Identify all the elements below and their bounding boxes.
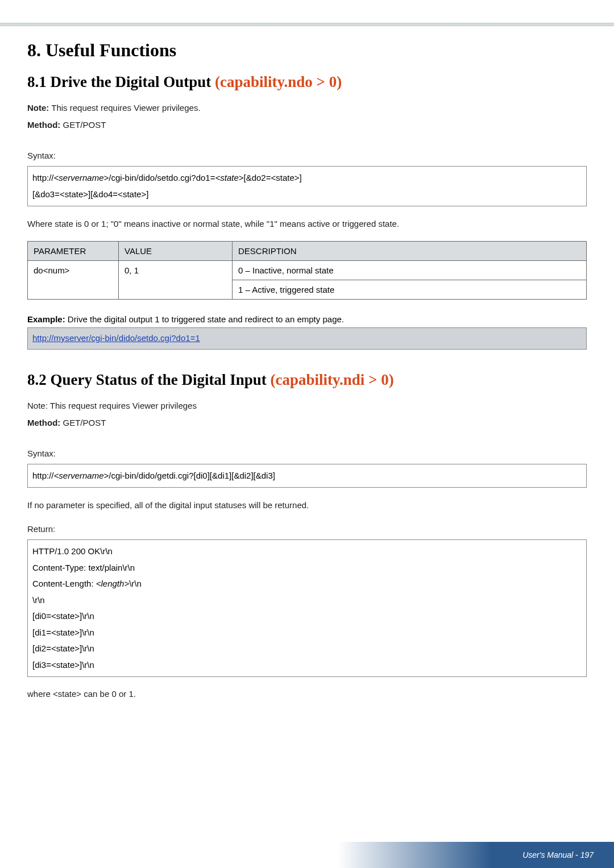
return-line: [di1=<state>]\r\n xyxy=(32,625,582,641)
example-text-body: Drive the digital output 1 to triggered … xyxy=(65,314,344,324)
method-81: Method: GET/POST xyxy=(27,118,587,132)
where-82-c: can be 0 or 1. xyxy=(81,689,136,699)
td-desc2: 1 – Active, triggered state xyxy=(233,280,587,300)
syntax-label-81: Syntax: xyxy=(27,149,587,163)
where-text-81: Where state is 0 or 1; "0" means inactiv… xyxy=(27,219,587,229)
syntax-81-a: http:// xyxy=(32,173,54,182)
table-header-row: PARAMETER VALUE DESCRIPTION xyxy=(28,242,587,261)
section-82-title-prefix: 8.2 Query Status of the Digital Input xyxy=(27,371,271,388)
syntax-82-c: /cgi-bin/dido/getdi.cgi?[di0][&di1][&di2… xyxy=(109,471,275,480)
header-band: VIVOTEK xyxy=(0,0,614,23)
brand-text: VIVOTEK xyxy=(559,6,596,15)
th-value: VALUE xyxy=(119,242,233,261)
note-label: Note: xyxy=(27,103,49,113)
return-label-82: Return: xyxy=(27,522,587,536)
table-row: do<num> 0, 1 0 – Inactive, normal state xyxy=(28,261,587,280)
chapter-title: 8. Useful Functions xyxy=(27,40,587,61)
return-line: Content-Length: <length>\r\n xyxy=(32,576,582,592)
syntax-box-82: http://<servername>/cgi-bin/dido/getdi.c… xyxy=(27,464,587,488)
syntax-81-d: <state> xyxy=(215,173,243,182)
example-label: Example: xyxy=(27,314,65,324)
section-81-title-cap: (capability.ndo > 0) xyxy=(215,73,342,90)
syntax-box-81: http://<servername>/cgi-bin/dido/setdo.c… xyxy=(27,166,587,206)
method-text-82: GET/POST xyxy=(60,418,106,427)
syntax-line-2: [&do3=<state>][&do4=<state>] xyxy=(32,186,582,203)
return-line: HTTP/1.0 200 OK\r\n xyxy=(32,543,582,560)
th-description: DESCRIPTION xyxy=(233,242,587,261)
section-82-title-cap: (capability.ndi > 0) xyxy=(271,371,394,388)
note-82: Note: This request requires Viewer privi… xyxy=(27,399,587,413)
syntax-81-e: [&do2=<state>] xyxy=(244,173,302,182)
note-text: This request requires Viewer privileges. xyxy=(49,103,200,113)
method-label: Method: xyxy=(27,120,60,130)
method-text: GET/POST xyxy=(60,120,106,130)
syntax-82-b: <servername> xyxy=(54,471,109,480)
section-82-title: 8.2 Query Status of the Digital Input (c… xyxy=(27,371,587,389)
where-82: where <state> can be 0 or 1. xyxy=(27,687,587,701)
where-82-b: <state> xyxy=(53,689,81,699)
syntax-81-c: /cgi-bin/dido/setdo.cgi?do1= xyxy=(109,173,215,182)
footer-text: User's Manual - 197 xyxy=(522,850,594,859)
return-line: Content-Type: text/plain\r\n xyxy=(32,560,582,576)
example-81: Example: Drive the digital output 1 to t… xyxy=(27,314,587,324)
td-value: 0, 1 xyxy=(119,261,233,300)
where-82-a: where xyxy=(27,689,53,699)
footer-band: User's Manual - 197 xyxy=(0,842,614,868)
return-box-82: HTTP/1.0 200 OK\r\n Content-Type: text/p… xyxy=(27,539,587,677)
page-content: 8. Useful Functions 8.1 Drive the Digita… xyxy=(0,26,614,701)
th-parameter: PARAMETER xyxy=(28,242,119,261)
example-link[interactable]: http://myserver/cgi-bin/dido/setdo.cgi?d… xyxy=(32,333,200,343)
syntax-81-b: <servername> xyxy=(54,173,109,182)
noparam-text-82: If no parameter is specified, all of the… xyxy=(27,500,587,510)
td-param: do<num> xyxy=(28,261,119,300)
param-table-81: PARAMETER VALUE DESCRIPTION do<num> 0, 1… xyxy=(27,241,587,300)
section-81-title: 8.1 Drive the Digital Output (capability… xyxy=(27,73,587,91)
method-label-82: Method: xyxy=(27,418,60,427)
example-box-81: http://myserver/cgi-bin/dido/setdo.cgi?d… xyxy=(27,327,587,350)
return-line: [di2=<state>]\r\n xyxy=(32,641,582,657)
td-desc1: 0 – Inactive, normal state xyxy=(233,261,587,280)
section-81-title-prefix: 8.1 Drive the Digital Output xyxy=(27,73,215,90)
return-line: \r\n xyxy=(32,592,582,609)
brand-bar: VIVOTEK xyxy=(0,0,614,23)
return-line: [di3=<state>]\r\n xyxy=(32,657,582,674)
note-81: Note: This request requires Viewer privi… xyxy=(27,101,587,115)
syntax-line-1: http://<servername>/cgi-bin/dido/setdo.c… xyxy=(32,170,582,186)
return-line: [di0=<state>]\r\n xyxy=(32,608,582,625)
syntax-82-a: http:// xyxy=(32,471,54,480)
syntax-label-82: Syntax: xyxy=(27,447,587,460)
method-82: Method: GET/POST xyxy=(27,416,587,430)
